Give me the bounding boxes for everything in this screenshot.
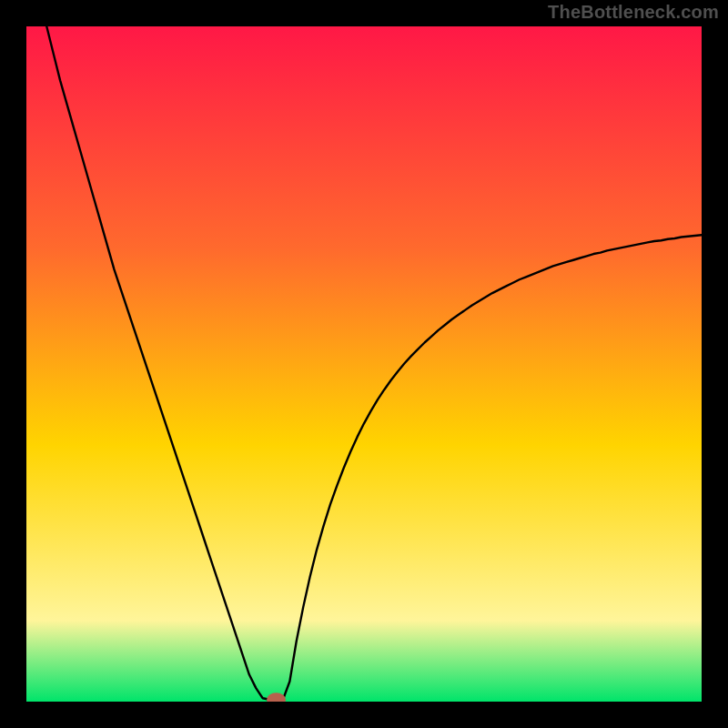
chart-frame: TheBottleneck.com [0, 0, 728, 728]
plot-area [26, 26, 702, 702]
plot-svg [26, 26, 702, 702]
watermark-text: TheBottleneck.com [548, 2, 719, 23]
gradient-background [26, 26, 702, 702]
